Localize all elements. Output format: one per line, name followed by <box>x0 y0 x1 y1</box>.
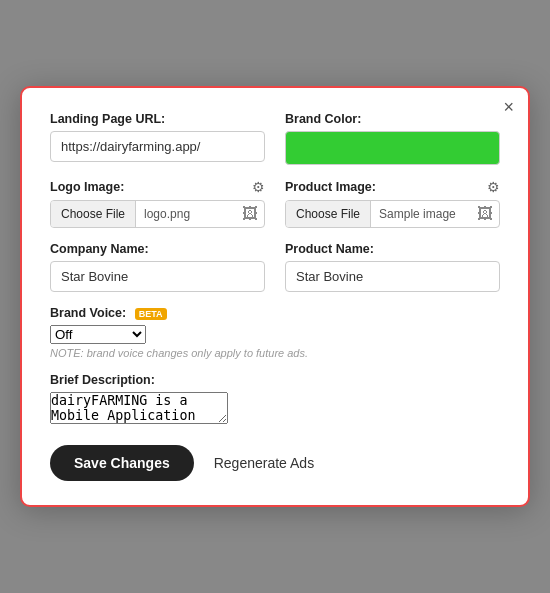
company-name-input[interactable] <box>50 261 265 292</box>
brand-voice-label: Brand Voice: BETA <box>50 306 500 320</box>
product-image-field: Product Image: ⚙ Choose File Sample imag… <box>285 179 500 228</box>
product-file-name: Sample image <box>371 207 471 221</box>
company-name-label: Company Name: <box>50 242 265 256</box>
brand-voice-note: NOTE: brand voice changes only apply to … <box>50 347 500 359</box>
brand-color-field: Brand Color: <box>285 112 500 165</box>
landing-url-label: Landing Page URL: <box>50 112 265 126</box>
brief-desc-label: Brief Description: <box>50 373 500 387</box>
logo-image-field: Logo Image: ⚙ Choose File logo.png 🖼 <box>50 179 265 228</box>
landing-url-input[interactable] <box>50 131 265 162</box>
product-file-row: Choose File Sample image 🖼 <box>285 200 500 228</box>
brand-voice-field: Brand Voice: BETA Off Professional Casua… <box>50 306 500 359</box>
product-name-label: Product Name: <box>285 242 500 256</box>
product-image-label: Product Image: <box>285 180 376 194</box>
logo-file-row: Choose File logo.png 🖼 <box>50 200 265 228</box>
brief-desc-textarea[interactable] <box>50 392 228 424</box>
product-choose-file-button[interactable]: Choose File <box>286 201 371 227</box>
logo-settings-icon[interactable]: ⚙ <box>252 179 265 195</box>
brand-voice-select[interactable]: Off Professional Casual Friendly Luxury <box>50 325 146 344</box>
settings-modal: × Landing Page URL: Brand Color: Logo Im… <box>20 86 530 507</box>
product-file-icon: 🖼 <box>471 201 499 227</box>
row-names: Company Name: Product Name: <box>50 242 500 292</box>
logo-image-label: Logo Image: <box>50 180 124 194</box>
product-label-row: Product Image: ⚙ <box>285 179 500 195</box>
logo-choose-file-button[interactable]: Choose File <box>51 201 136 227</box>
brand-color-swatch[interactable] <box>285 131 500 165</box>
save-changes-button[interactable]: Save Changes <box>50 445 194 481</box>
product-settings-icon[interactable]: ⚙ <box>487 179 500 195</box>
regenerate-ads-button[interactable]: Regenerate Ads <box>214 455 314 471</box>
actions-row: Save Changes Regenerate Ads <box>50 445 500 481</box>
close-button[interactable]: × <box>503 98 514 116</box>
company-name-field: Company Name: <box>50 242 265 292</box>
landing-url-field: Landing Page URL: <box>50 112 265 165</box>
beta-badge: BETA <box>135 308 167 320</box>
logo-label-row: Logo Image: ⚙ <box>50 179 265 195</box>
row-images: Logo Image: ⚙ Choose File logo.png 🖼 Pro… <box>50 179 500 228</box>
row-url-color: Landing Page URL: Brand Color: <box>50 112 500 165</box>
logo-file-name: logo.png <box>136 207 236 221</box>
logo-file-icon: 🖼 <box>236 201 264 227</box>
product-name-input[interactable] <box>285 261 500 292</box>
brand-color-label: Brand Color: <box>285 112 500 126</box>
product-name-field: Product Name: <box>285 242 500 292</box>
brief-desc-field: Brief Description: <box>50 373 500 427</box>
